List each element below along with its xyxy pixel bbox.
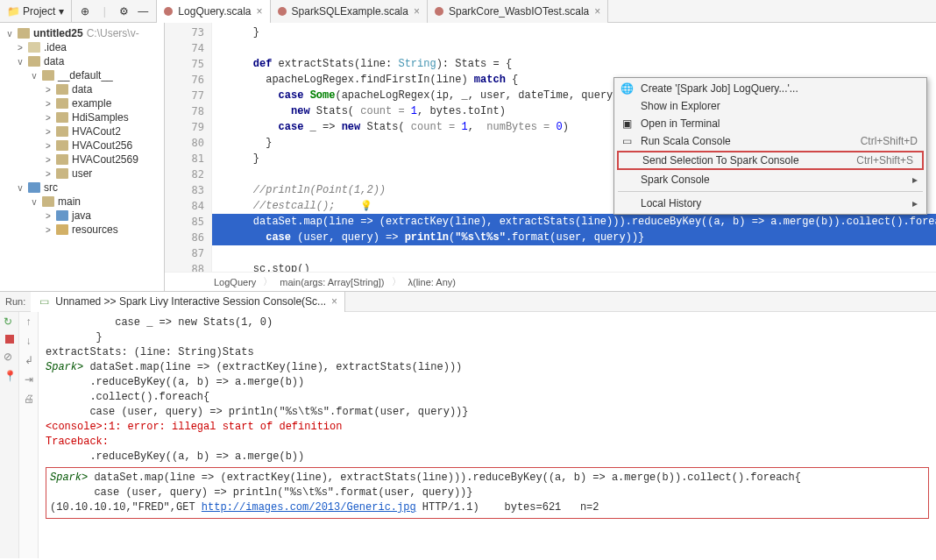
- tree-item[interactable]: > java: [0, 209, 164, 223]
- chevron-icon[interactable]: >: [16, 43, 25, 53]
- code-line[interactable]: [212, 40, 936, 56]
- scroll-icon[interactable]: ⇥: [25, 373, 33, 386]
- menu-item-label: Send Selection To Spark Console: [642, 154, 799, 167]
- chevron-icon[interactable]: >: [44, 141, 53, 151]
- close-icon[interactable]: ×: [331, 295, 337, 308]
- code-line[interactable]: sc.stop(): [212, 261, 936, 272]
- pin-icon[interactable]: 📍: [4, 370, 16, 382]
- tree-item[interactable]: > data: [0, 82, 164, 96]
- tree-item[interactable]: > user: [0, 167, 164, 181]
- tree-item[interactable]: v data: [0, 54, 164, 68]
- chevron-icon[interactable]: v: [30, 71, 39, 81]
- scala-icon: [164, 7, 173, 16]
- tree-item[interactable]: v main: [0, 195, 164, 209]
- menu-item-label: Spark Console: [641, 174, 710, 186]
- folder-icon: [56, 224, 68, 235]
- tree-item[interactable]: > HVACout256: [0, 138, 164, 152]
- tree-item[interactable]: > example: [0, 96, 164, 110]
- chevron-icon[interactable]: v: [16, 183, 25, 193]
- menu-item[interactable]: ▭Run Scala ConsoleCtrl+Shift+D: [614, 132, 926, 150]
- tree-item[interactable]: > HVACout2569: [0, 152, 164, 167]
- tree-root-path: C:\Users\v-: [87, 27, 139, 39]
- close-icon[interactable]: ×: [257, 5, 263, 18]
- folder-icon: [28, 42, 40, 53]
- chevron-icon[interactable]: >: [44, 99, 53, 109]
- editor-tab[interactable]: LogQuery.scala ×: [157, 0, 270, 23]
- console-line: Spark> dataSet.map(line => (extractKey(l…: [50, 471, 925, 486]
- console-line: case _ => new Stats(1, 0): [46, 315, 929, 330]
- menu-item[interactable]: Show in Explorer: [614, 97, 926, 115]
- tree-item-label: .idea: [44, 41, 67, 53]
- menu-item[interactable]: Local History▸: [614, 195, 926, 212]
- project-selector[interactable]: 📁 Project ▾: [0, 0, 72, 22]
- run-panel: Run: ▭ Unnamed >> Spark Livy Interactive…: [0, 291, 936, 558]
- chevron-icon[interactable]: >: [44, 225, 53, 235]
- code-line[interactable]: }: [212, 25, 936, 40]
- mute-icon[interactable]: ⊘: [4, 351, 16, 363]
- code-line[interactable]: def extractStats(line: String): Stats = …: [212, 56, 936, 72]
- editor-tab[interactable]: SparkSQLExample.scala ×: [271, 0, 428, 23]
- code-line[interactable]: case (user, query) => println("%s\t%s".f…: [212, 230, 936, 245]
- console-line: (10.10.10.10,"FRED",GET http://images.co…: [50, 500, 925, 515]
- menu-item[interactable]: Spark Console▸: [614, 171, 926, 188]
- wrap-icon[interactable]: ↲: [25, 354, 33, 366]
- console-line: extractStats: (line: String)Stats: [46, 345, 929, 360]
- submenu-arrow-icon: ▸: [912, 174, 918, 186]
- chevron-icon[interactable]: >: [44, 155, 53, 165]
- console-line: Traceback:: [46, 435, 929, 450]
- chevron-right-icon: 〉: [392, 275, 401, 288]
- stop-icon[interactable]: [5, 335, 14, 344]
- chevron-icon[interactable]: >: [44, 85, 53, 95]
- folder-icon: [56, 112, 68, 123]
- code-line[interactable]: dataSet.map(line => (extractKey(line), e…: [212, 214, 936, 230]
- link[interactable]: http://images.com/2013/Generic.jpg: [202, 501, 416, 514]
- tree-item-label: __default__: [58, 69, 113, 82]
- run-tab[interactable]: ▭ Unnamed >> Spark Livy Interactive Sess…: [31, 292, 345, 312]
- close-icon[interactable]: ×: [594, 5, 600, 18]
- collapse-icon[interactable]: ⊕: [79, 5, 91, 18]
- divider: |: [98, 5, 110, 18]
- tree-item[interactable]: v __default__: [0, 68, 164, 82]
- tree-item[interactable]: > HdiSamples: [0, 110, 164, 124]
- tree-item[interactable]: > resources: [0, 223, 164, 237]
- chevron-icon[interactable]: v: [30, 197, 39, 207]
- close-icon[interactable]: ×: [414, 5, 420, 18]
- menu-item[interactable]: Send Selection To Spark ConsoleCtrl+Shif…: [619, 152, 922, 168]
- restart-icon[interactable]: ↻: [4, 315, 16, 328]
- context-menu: 🌐Create '[Spark Job] LogQuery...'...Show…: [613, 77, 927, 215]
- breadcrumb-item[interactable]: λ(line: Any): [408, 277, 456, 287]
- tree-item-label: example: [72, 97, 111, 110]
- tree-item[interactable]: > HVACout2: [0, 124, 164, 138]
- console-line: .reduceByKey((a, b) => a.merge(b)): [46, 375, 929, 390]
- project-tree[interactable]: v untitled25 C:\Users\v- > .ideav datav …: [0, 23, 165, 291]
- breadcrumb-item[interactable]: main(args: Array[String]): [280, 277, 384, 287]
- chevron-icon[interactable]: >: [44, 127, 53, 137]
- gutter: 73747576777879808182838485868788: [165, 23, 212, 272]
- chevron-icon[interactable]: v: [16, 57, 25, 67]
- down-icon[interactable]: ↓: [26, 335, 32, 347]
- folder-icon: [56, 84, 68, 95]
- chevron-icon[interactable]: >: [44, 211, 53, 221]
- chevron-icon[interactable]: >: [44, 113, 53, 123]
- scala-icon: [435, 7, 443, 16]
- menu-item[interactable]: 🌐Create '[Spark Job] LogQuery...'...: [614, 80, 926, 97]
- editor-tab[interactable]: SparkCore_WasbIOTest.scala ×: [428, 0, 608, 23]
- up-icon[interactable]: ↑: [26, 315, 32, 328]
- hide-icon[interactable]: —: [137, 5, 149, 18]
- breadcrumb[interactable]: LogQuery〉main(args: Array[String])〉λ(lin…: [165, 272, 936, 291]
- console-output[interactable]: case _ => new Stats(1, 0) }extractStats:…: [39, 312, 936, 558]
- tree-item[interactable]: > .idea: [0, 40, 164, 54]
- breadcrumb-item[interactable]: LogQuery: [214, 277, 256, 287]
- editor-tab-strip: LogQuery.scala × SparkSQLExample.scala ×…: [157, 0, 608, 22]
- code-line[interactable]: [212, 245, 936, 261]
- chevron-down-icon[interactable]: v: [5, 29, 14, 39]
- tree-item-label: HVACout2: [72, 125, 121, 138]
- tree-root[interactable]: v untitled25 C:\Users\v-: [0, 26, 164, 40]
- menu-icon: 🌐: [620, 82, 634, 95]
- tab-label: SparkSQLExample.scala: [292, 5, 408, 18]
- print-icon[interactable]: 🖨: [24, 393, 34, 405]
- tree-item[interactable]: v src: [0, 181, 164, 195]
- gear-icon[interactable]: ⚙: [117, 5, 130, 18]
- menu-item[interactable]: ▣Open in Terminal: [614, 115, 926, 132]
- chevron-icon[interactable]: >: [44, 169, 53, 179]
